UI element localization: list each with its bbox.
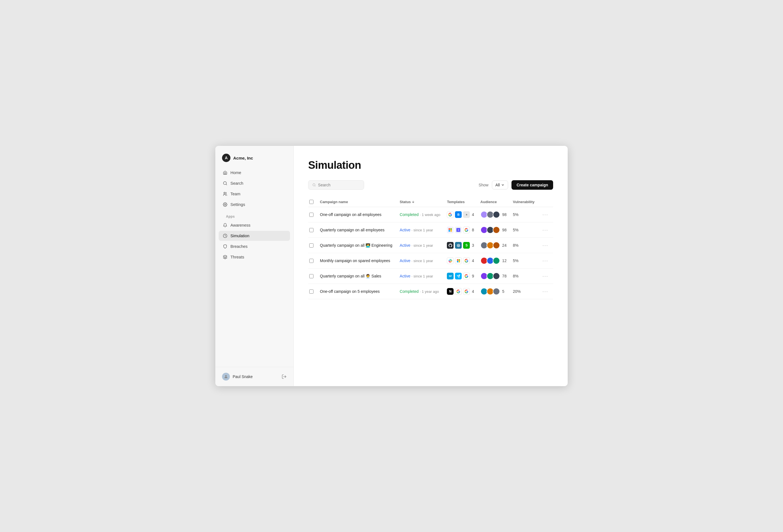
apps-section-label: Apps	[219, 210, 290, 220]
sidebar-label-simulation: Simulation	[230, 234, 249, 238]
chevron-down-icon	[501, 183, 504, 187]
sidebar-label-breaches: Breaches	[230, 244, 248, 249]
team-icon	[223, 191, 228, 196]
vulnerability: 5%	[510, 253, 538, 268]
campaigns-table: Campaign name Status Templates Audience …	[308, 198, 553, 299]
svg-rect-18	[459, 259, 460, 261]
row-checkbox[interactable]	[309, 290, 313, 294]
sidebar: A Acme, Inc Home Sea	[215, 146, 294, 386]
row-checkbox[interactable]	[309, 228, 313, 232]
more-options-button[interactable]: ···	[541, 273, 550, 280]
show-select[interactable]: All	[492, 180, 508, 190]
vulnerability: 8%	[510, 268, 538, 284]
avatar	[493, 288, 500, 295]
more-options-button[interactable]: ···	[541, 227, 550, 234]
sidebar-item-settings[interactable]: Settings	[219, 199, 290, 209]
brand-avatar: A	[222, 154, 230, 162]
row-checkbox[interactable]	[309, 259, 313, 263]
vulnerability: 20%	[510, 284, 538, 299]
show-label: Show	[479, 183, 489, 187]
sidebar-label-awareness: Awareness	[230, 223, 250, 227]
more-options-button[interactable]: ···	[541, 211, 550, 218]
sidebar-item-home[interactable]: Home	[219, 168, 290, 178]
row-checkbox[interactable]	[309, 213, 313, 217]
brand: A Acme, Inc	[215, 146, 293, 168]
campaign-status: Active · since 1 year	[397, 268, 444, 284]
svg-rect-19	[457, 261, 458, 262]
simulation-icon	[223, 233, 228, 238]
user-name: Paul Snake	[233, 374, 253, 379]
google-template-icon	[463, 273, 470, 279]
templates-cell: SF 9	[447, 273, 475, 279]
svg-point-15	[457, 244, 460, 247]
svg-rect-10	[449, 228, 450, 230]
avatar	[493, 226, 500, 234]
ms-color-template-icon	[455, 257, 462, 264]
svg-line-1	[226, 184, 227, 185]
row-checkbox[interactable]	[309, 274, 313, 278]
sidebar-item-simulation[interactable]: Simulation	[219, 231, 290, 241]
google-template-icon	[447, 211, 453, 218]
templates-cell: B + 4	[447, 211, 475, 218]
table-row: Quarterly campaign on all 🧑‍💼 Sales Acti…	[308, 268, 553, 284]
ms-template-icon	[447, 227, 453, 233]
audience-cell: 5	[480, 288, 507, 295]
more-options-button[interactable]: ···	[541, 242, 550, 249]
campaign-name: One-off campaign on 5 employees	[317, 284, 397, 299]
svg-point-2	[224, 192, 225, 194]
sidebar-item-team[interactable]: Team	[219, 189, 290, 199]
sidebar-item-awareness[interactable]: Awareness	[219, 220, 290, 230]
sidebar-label-home: Home	[230, 170, 241, 175]
campaign-name: Quarterly campaign on all 🧑‍💼 Sales	[317, 268, 397, 284]
row-checkbox[interactable]	[309, 243, 313, 247]
sidebar-item-threats[interactable]: Threats	[219, 252, 290, 262]
search-input[interactable]	[318, 183, 360, 187]
col-vulnerability: Vulnerability	[510, 198, 538, 207]
svg-rect-12	[449, 230, 450, 232]
table-row: Quarterly campaign on all employees Acti…	[308, 223, 553, 238]
more-options-button[interactable]: ···	[541, 288, 550, 295]
salesforce-template-icon: SF	[447, 273, 453, 279]
stripe-template-icon	[455, 227, 462, 233]
sidebar-label-team: Team	[230, 192, 240, 196]
more-options-button[interactable]: ···	[541, 257, 550, 264]
sidebar-footer: Paul Snake	[215, 367, 293, 386]
notion-template-icon: N	[447, 288, 453, 295]
sidebar-item-search[interactable]: Search	[219, 178, 290, 188]
vulnerability: 5%	[510, 207, 538, 223]
campaign-name: Quarterly campaign on all 🧑‍💻 Engineerin…	[317, 238, 397, 253]
toolbar: Show All Create campaign	[308, 180, 553, 190]
col-status[interactable]: Status	[397, 198, 444, 207]
send-template-icon	[455, 273, 462, 279]
logout-button[interactable]	[282, 374, 287, 379]
svg-rect-13	[450, 230, 452, 232]
vulnerability: 5%	[510, 223, 538, 238]
home-icon	[223, 170, 228, 175]
awareness-icon	[223, 223, 228, 228]
campaign-status: Active · since 1 year	[397, 223, 444, 238]
user-info: Paul Snake	[222, 373, 253, 380]
table-row: One-off campaign on 5 employees Complete…	[308, 284, 553, 299]
slack-template-icon	[447, 257, 453, 264]
create-campaign-button[interactable]: Create campaign	[511, 180, 553, 190]
breaches-icon	[223, 244, 228, 249]
search-box[interactable]	[308, 180, 364, 190]
audience-cell: 12	[480, 257, 507, 264]
table-row: Quarterly campaign on all 🧑‍💻 Engineerin…	[308, 238, 553, 253]
select-all-checkbox[interactable]	[309, 200, 313, 204]
avatar	[493, 242, 500, 249]
col-templates: Templates	[444, 198, 477, 207]
svg-rect-20	[459, 261, 460, 262]
user-avatar	[222, 373, 230, 380]
campaign-status: Active · since 1 year	[397, 238, 444, 253]
campaign-status: Completed · 1 year ago	[397, 284, 444, 299]
templates-cell: N 4	[447, 288, 475, 295]
svg-rect-11	[450, 228, 452, 230]
extra-template-icon: +	[463, 211, 470, 218]
sidebar-label-settings: Settings	[230, 202, 245, 207]
templates-cell: 4	[447, 257, 475, 264]
avatar	[493, 272, 500, 280]
svg-rect-17	[457, 259, 458, 261]
sidebar-label-search: Search	[230, 181, 243, 186]
sidebar-item-breaches[interactable]: Breaches	[219, 241, 290, 252]
